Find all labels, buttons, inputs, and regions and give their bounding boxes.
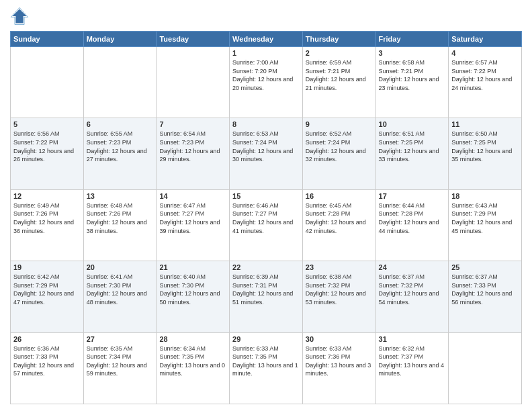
daylight: Daylight: 12 hours and 29 minutes. <box>159 148 220 163</box>
sunrise: Sunrise: 6:49 AM <box>13 202 60 209</box>
day-info: Sunrise: 6:43 AM Sunset: 7:29 PM Dayligh… <box>451 201 519 235</box>
sunset: Sunset: 7:35 PM <box>159 353 204 360</box>
sunrise: Sunrise: 6:59 AM <box>306 59 352 66</box>
sunset: Sunset: 7:27 PM <box>159 210 204 217</box>
sunset: Sunset: 7:34 PM <box>87 353 132 360</box>
daylight: Daylight: 13 hours and 4 minutes. <box>379 362 445 377</box>
sunset: Sunset: 7:36 PM <box>306 353 351 360</box>
day-info: Sunrise: 6:50 AM Sunset: 7:25 PM Dayligh… <box>451 130 519 163</box>
calendar-cell: 28 Sunrise: 6:34 AM Sunset: 7:35 PM Dayl… <box>157 332 230 404</box>
day-info: Sunrise: 6:51 AM Sunset: 7:25 PM Dayligh… <box>379 130 446 163</box>
sunset: Sunset: 7:25 PM <box>379 139 424 146</box>
calendar-cell: 29 Sunrise: 6:33 AM Sunset: 7:35 PM Dayl… <box>230 332 303 404</box>
daylight: Daylight: 12 hours and 36 minutes. <box>13 219 74 234</box>
day-info: Sunrise: 6:35 AM Sunset: 7:34 PM Dayligh… <box>87 345 154 378</box>
sunset: Sunset: 7:20 PM <box>232 68 277 75</box>
day-info: Sunrise: 6:39 AM Sunset: 7:31 PM Dayligh… <box>232 273 300 306</box>
daylight: Daylight: 12 hours and 50 minutes. <box>159 290 220 306</box>
daylight: Daylight: 12 hours and 26 minutes. <box>13 148 74 163</box>
sunset: Sunset: 7:24 PM <box>306 139 351 146</box>
weekday-header: Saturday <box>449 32 522 47</box>
daylight: Daylight: 12 hours and 59 minutes. <box>87 362 147 377</box>
sunset: Sunset: 7:24 PM <box>232 139 277 146</box>
day-number: 17 <box>379 192 446 200</box>
calendar-week-row: 26 Sunrise: 6:36 AM Sunset: 7:33 PM Dayl… <box>11 332 522 404</box>
sunset: Sunset: 7:26 PM <box>87 210 132 217</box>
header <box>10 7 522 26</box>
sunset: Sunset: 7:32 PM <box>306 282 351 289</box>
day-info: Sunrise: 6:34 AM Sunset: 7:35 PM Dayligh… <box>159 345 226 378</box>
sunrise: Sunrise: 6:43 AM <box>451 202 498 209</box>
sunrise: Sunrise: 6:51 AM <box>379 130 425 137</box>
calendar-week-row: 19 Sunrise: 6:42 AM Sunset: 7:29 PM Dayl… <box>11 261 522 332</box>
day-info: Sunrise: 6:47 AM Sunset: 7:27 PM Dayligh… <box>159 201 226 235</box>
calendar-cell: 11 Sunrise: 6:50 AM Sunset: 7:25 PM Dayl… <box>449 118 522 189</box>
sunrise: Sunrise: 6:53 AM <box>232 130 279 137</box>
calendar-cell: 4 Sunrise: 6:57 AM Sunset: 7:22 PM Dayli… <box>449 47 522 118</box>
day-info: Sunrise: 6:42 AM Sunset: 7:29 PM Dayligh… <box>13 273 81 306</box>
sunset: Sunset: 7:29 PM <box>13 282 58 289</box>
calendar-week-row: 5 Sunrise: 6:56 AM Sunset: 7:22 PM Dayli… <box>11 118 522 189</box>
day-info: Sunrise: 6:57 AM Sunset: 7:22 PM Dayligh… <box>451 58 519 92</box>
sunset: Sunset: 7:30 PM <box>159 282 204 289</box>
daylight: Daylight: 12 hours and 44 minutes. <box>379 219 439 234</box>
weekday-header: Tuesday <box>157 32 230 47</box>
sunrise: Sunrise: 6:58 AM <box>379 59 425 66</box>
calendar-week-row: 1 Sunrise: 7:00 AM Sunset: 7:20 PM Dayli… <box>11 47 522 118</box>
calendar-cell: 7 Sunrise: 6:54 AM Sunset: 7:23 PM Dayli… <box>157 118 230 189</box>
calendar-cell: 15 Sunrise: 6:46 AM Sunset: 7:27 PM Dayl… <box>230 189 303 261</box>
sunrise: Sunrise: 6:38 AM <box>306 273 352 280</box>
calendar-cell <box>449 332 522 404</box>
daylight: Daylight: 13 hours and 3 minutes. <box>306 362 371 377</box>
daylight: Daylight: 12 hours and 47 minutes. <box>13 290 74 306</box>
calendar-cell: 26 Sunrise: 6:36 AM Sunset: 7:33 PM Dayl… <box>11 332 84 404</box>
daylight: Daylight: 12 hours and 27 minutes. <box>87 148 147 163</box>
day-info: Sunrise: 6:54 AM Sunset: 7:23 PM Dayligh… <box>159 130 226 163</box>
day-info: Sunrise: 6:33 AM Sunset: 7:35 PM Dayligh… <box>232 345 300 378</box>
day-number: 10 <box>379 120 446 128</box>
day-info: Sunrise: 6:52 AM Sunset: 7:24 PM Dayligh… <box>306 130 373 163</box>
daylight: Daylight: 12 hours and 53 minutes. <box>306 290 366 306</box>
daylight: Daylight: 13 hours and 0 minutes. <box>159 362 225 377</box>
sunset: Sunset: 7:21 PM <box>306 68 351 75</box>
calendar-cell: 9 Sunrise: 6:52 AM Sunset: 7:24 PM Dayli… <box>302 118 375 189</box>
daylight: Daylight: 12 hours and 51 minutes. <box>232 290 293 306</box>
day-info: Sunrise: 6:40 AM Sunset: 7:30 PM Dayligh… <box>159 273 226 306</box>
day-number: 15 <box>232 192 300 200</box>
calendar-cell: 25 Sunrise: 6:37 AM Sunset: 7:33 PM Dayl… <box>449 261 522 332</box>
logo-icon <box>10 7 29 26</box>
day-info: Sunrise: 6:38 AM Sunset: 7:32 PM Dayligh… <box>306 273 373 306</box>
day-number: 28 <box>159 335 226 343</box>
calendar-cell: 23 Sunrise: 6:38 AM Sunset: 7:32 PM Dayl… <box>302 261 375 332</box>
sunset: Sunset: 7:22 PM <box>13 139 58 146</box>
daylight: Daylight: 12 hours and 30 minutes. <box>232 148 293 163</box>
day-number: 1 <box>232 49 300 57</box>
day-number: 27 <box>87 335 154 343</box>
day-number: 24 <box>379 263 446 271</box>
calendar-cell: 27 Sunrise: 6:35 AM Sunset: 7:34 PM Dayl… <box>83 332 157 404</box>
day-info: Sunrise: 6:49 AM Sunset: 7:26 PM Dayligh… <box>13 201 81 235</box>
sunset: Sunset: 7:35 PM <box>232 353 277 360</box>
daylight: Daylight: 12 hours and 35 minutes. <box>451 148 512 163</box>
day-info: Sunrise: 6:56 AM Sunset: 7:22 PM Dayligh… <box>13 130 81 163</box>
day-number: 5 <box>13 120 81 128</box>
sunrise: Sunrise: 6:37 AM <box>451 273 498 280</box>
sunset: Sunset: 7:30 PM <box>87 282 132 289</box>
day-number: 16 <box>306 192 373 200</box>
day-number: 9 <box>306 120 373 128</box>
sunrise: Sunrise: 6:33 AM <box>232 345 279 352</box>
sunrise: Sunrise: 7:00 AM <box>232 59 279 66</box>
day-number: 14 <box>159 192 226 200</box>
sunrise: Sunrise: 6:42 AM <box>13 273 60 280</box>
daylight: Daylight: 12 hours and 54 minutes. <box>379 290 439 306</box>
sunrise: Sunrise: 6:47 AM <box>159 202 206 209</box>
daylight: Daylight: 12 hours and 41 minutes. <box>232 219 293 234</box>
calendar-cell: 10 Sunrise: 6:51 AM Sunset: 7:25 PM Dayl… <box>375 118 449 189</box>
calendar-cell: 24 Sunrise: 6:37 AM Sunset: 7:32 PM Dayl… <box>375 261 449 332</box>
calendar-cell: 13 Sunrise: 6:48 AM Sunset: 7:26 PM Dayl… <box>83 189 157 261</box>
sunset: Sunset: 7:22 PM <box>451 68 496 75</box>
weekday-header: Thursday <box>302 32 375 47</box>
day-info: Sunrise: 6:58 AM Sunset: 7:21 PM Dayligh… <box>379 58 446 92</box>
day-number: 30 <box>306 335 373 343</box>
calendar-cell: 31 Sunrise: 6:32 AM Sunset: 7:37 PM Dayl… <box>375 332 449 404</box>
